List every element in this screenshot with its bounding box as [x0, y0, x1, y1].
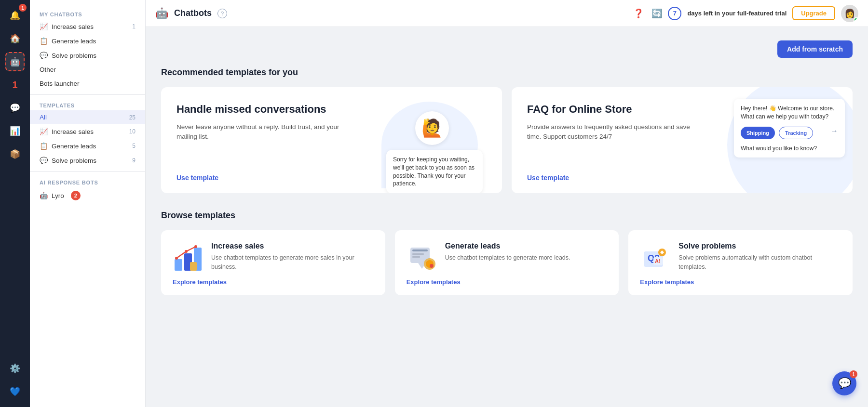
browse-card-desc-3: Solve problems automatically with custom…	[678, 253, 841, 272]
browse-card-top-1: Increase sales Use chatbot templates to …	[173, 242, 374, 273]
sidebar-item-all-label: All	[40, 114, 47, 121]
increase-sales-card-icon	[173, 242, 203, 273]
sidebar-item-solve-problems-t-label: Solve problems	[52, 157, 96, 164]
campaigns-icon[interactable]: 📦	[5, 144, 25, 164]
browse-section-title: Browse templates	[161, 210, 853, 221]
sidebar-item-increase-sales-template[interactable]: 📈 Increase sales 10	[30, 124, 145, 139]
card1-bot-avatar: 🙋	[415, 111, 449, 145]
sidebar-item-other[interactable]: Other	[30, 63, 145, 77]
card1-illustration: 🙋 Sorry for keeping you waiting, we'll g…	[367, 97, 492, 193]
solve-problems-template-icon: 💬	[40, 157, 48, 164]
sidebar-item-other-label: Other	[40, 66, 56, 73]
sidebar-divider	[30, 94, 145, 95]
sidebar-item-solve-problems[interactable]: 💬 Solve problems	[30, 48, 145, 63]
recommended-templates-row: Handle missed conversations Never leave …	[161, 87, 853, 193]
explore-link-3[interactable]: Explore templates	[640, 278, 841, 286]
sidebar-item-all[interactable]: All 25	[30, 110, 145, 124]
svg-rect-0	[175, 259, 182, 271]
svg-point-4	[185, 250, 188, 253]
main-area: 🤖 Chatbots ? ❓ 🔄 7 days left in your ful…	[146, 0, 868, 407]
lyro-badge: 2	[71, 191, 81, 200]
sidebar-item-solve-problems-label: Solve problems	[52, 52, 96, 59]
solve-problems-t-count: 9	[132, 157, 136, 164]
my-chatbots-section: MY CHATBOTS	[30, 8, 145, 19]
refresh-icon[interactable]: 🔄	[651, 8, 662, 19]
notifications-icon[interactable]: 🔔 1	[5, 6, 25, 25]
sidebar-item-bots-launcher-label: Bots launcher	[40, 80, 80, 87]
sidebar-item-increase-sales-label: Increase sales	[52, 23, 94, 30]
browse-card-title-2: Generate leads	[445, 242, 570, 250]
topbar-logo: 🤖	[155, 7, 168, 20]
sidebar-item-generate-leads-template[interactable]: 📋 Generate leads 5	[30, 139, 145, 153]
topbar-icons: ❓ 🔄	[633, 8, 662, 19]
sidebar-item-generate-leads[interactable]: 📋 Generate leads	[30, 34, 145, 48]
topbar-help-button[interactable]: ?	[217, 9, 227, 18]
browse-card-text-1: Increase sales Use chatbot templates to …	[211, 242, 374, 272]
ai-bots-section: AI RESPONSE BOTS	[30, 176, 145, 187]
shipping-button[interactable]: Shipping	[741, 127, 775, 139]
increase-sales-t-count: 10	[129, 128, 136, 135]
card1-desc: Never leave anyone without a reply. Buil…	[176, 122, 347, 142]
card2-question: What would you like to know?	[741, 145, 838, 152]
solve-problems-icon: 💬	[40, 52, 48, 59]
sidebar-item-lyro[interactable]: 🤖 Lyro 2	[30, 187, 145, 204]
card2-desc: Provide answers to frequently asked ques…	[527, 122, 698, 142]
sidebar-item-increase-sales[interactable]: 📈 Increase sales 1	[30, 19, 145, 34]
generate-leads-t-count: 5	[132, 143, 136, 149]
help-icon[interactable]: 💙	[5, 382, 25, 401]
conversations-icon[interactable]: 💬	[5, 98, 25, 118]
browse-card-solve-problems: Q? A! Solve problems Solve problems auto…	[628, 230, 853, 295]
browse-card-top-3: Q? A! Solve problems Solve problems auto…	[640, 242, 841, 273]
browse-templates-row: Increase sales Use chatbot templates to …	[161, 230, 853, 295]
sidebar-item-increase-sales-t-label: Increase sales	[52, 128, 94, 135]
sidebar-item-generate-leads-label: Generate leads	[52, 38, 96, 45]
chat-support-button[interactable]: 💬 1	[832, 371, 856, 395]
recommended-section-title: Recommended templates for you	[161, 67, 853, 78]
template-card-faq: FAQ for Online Store Provide answers to …	[512, 87, 853, 193]
avatar[interactable]: 👩	[841, 5, 858, 22]
templates-section: TEMPLATES	[30, 99, 145, 110]
svg-rect-6	[190, 262, 197, 271]
svg-rect-10	[412, 256, 420, 258]
sidebar-item-generate-leads-t-label: Generate leads	[52, 143, 96, 150]
browse-card-desc-1: Use chatbot templates to generate more s…	[211, 253, 374, 272]
all-count: 25	[129, 114, 136, 121]
increase-sales-icon: 📈	[40, 23, 48, 30]
add-from-scratch-button[interactable]: Add from scratch	[777, 40, 853, 58]
tracking-button[interactable]: Tracking	[779, 127, 813, 139]
page-title: Chatbots	[174, 8, 212, 18]
browse-card-text-3: Solve problems Solve problems automatica…	[678, 242, 841, 272]
browse-card-increase-sales: Increase sales Use chatbot templates to …	[161, 230, 385, 295]
sidebar-item-solve-problems-template[interactable]: 💬 Solve problems 9	[30, 153, 145, 168]
avatar-online-dot	[854, 17, 858, 22]
help-circle-icon[interactable]: ❓	[633, 8, 644, 19]
generate-leads-icon: 📋	[40, 37, 48, 45]
trial-circle: 7	[668, 7, 681, 20]
lyro-icon: 🤖	[40, 192, 48, 199]
topbar: 🤖 Chatbots ? ❓ 🔄 7 days left in your ful…	[146, 0, 868, 27]
analytics-icon[interactable]: 📊	[5, 121, 25, 141]
browse-card-top-2: Generate leads Use chatbot templates to …	[407, 242, 608, 273]
card2-illustration: Hey there! 👋 Welcome to our store. What …	[698, 87, 853, 193]
sidebar-item-bots-launcher[interactable]: Bots launcher	[30, 77, 145, 91]
explore-link-2[interactable]: Explore templates	[407, 278, 608, 286]
browse-card-title-1: Increase sales	[211, 242, 374, 250]
card2-buttons: Shipping Tracking →	[741, 127, 838, 139]
icon-rail: 🔔 1 🏠 🤖 1 💬 📊 📦 ⚙️ 💙	[0, 0, 30, 407]
card1-title: Handle missed conversations	[176, 103, 363, 117]
explore-link-1[interactable]: Explore templates	[173, 278, 374, 286]
contacts-icon[interactable]: 1	[5, 75, 25, 94]
upgrade-button[interactable]: Upgrade	[792, 6, 835, 20]
sidebar-divider-2	[30, 171, 145, 172]
svg-point-5	[194, 245, 197, 248]
svg-point-13	[430, 264, 434, 268]
generate-leads-template-icon: 📋	[40, 142, 48, 150]
browse-card-title-3: Solve problems	[678, 242, 841, 250]
svg-text:A!: A!	[655, 258, 661, 264]
card2-chat-ui: Hey there! 👋 Welcome to our store. What …	[734, 99, 845, 158]
solve-problems-card-icon: Q? A!	[640, 242, 671, 273]
card2-greeting: Hey there! 👋 Welcome to our store. What …	[741, 105, 838, 121]
settings-icon[interactable]: ⚙️	[5, 359, 25, 378]
chatbots-icon[interactable]: 🤖	[5, 52, 25, 71]
home-icon[interactable]: 🏠	[5, 29, 25, 48]
